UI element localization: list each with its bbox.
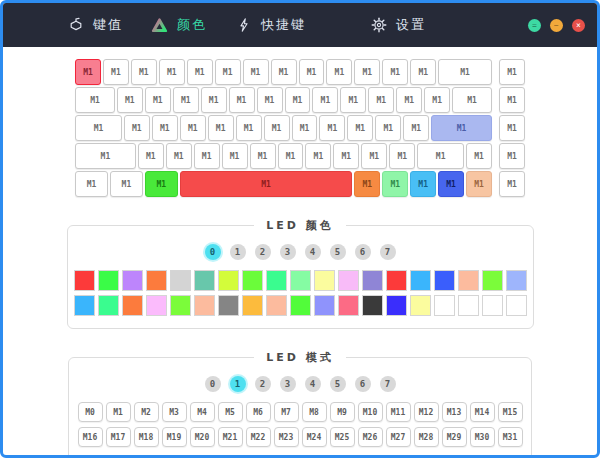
led-mode-button-m23[interactable]: M23 bbox=[274, 427, 299, 447]
keyboard-key[interactable]: M1 bbox=[75, 87, 115, 113]
keyboard-key[interactable]: M1 bbox=[319, 115, 345, 141]
channel-4-button[interactable]: 4 bbox=[305, 376, 321, 392]
led-mode-button-m30[interactable]: M30 bbox=[470, 427, 495, 447]
keyboard-key[interactable]: M1 bbox=[410, 171, 436, 197]
led-mode-button-m27[interactable]: M27 bbox=[386, 427, 411, 447]
channel-5-button[interactable]: 5 bbox=[330, 376, 346, 392]
keyboard-key[interactable]: M1 bbox=[438, 59, 492, 85]
led-color-swatch[interactable] bbox=[170, 270, 191, 291]
keyboard-key[interactable]: M1 bbox=[375, 115, 401, 141]
window-pin-button[interactable]: = bbox=[528, 19, 541, 32]
led-mode-button-m4[interactable]: M4 bbox=[190, 402, 215, 422]
keyboard-key[interactable]: M1 bbox=[124, 115, 150, 141]
keyboard-key[interactable]: M1 bbox=[499, 171, 525, 197]
led-mode-button-m12[interactable]: M12 bbox=[414, 402, 439, 422]
keyboard-key[interactable]: M1 bbox=[173, 87, 199, 113]
led-color-swatch[interactable] bbox=[506, 270, 527, 291]
channel-6-button[interactable]: 6 bbox=[355, 376, 371, 392]
channel-4-button[interactable]: 4 bbox=[305, 244, 321, 260]
keyboard-key[interactable]: M1 bbox=[215, 59, 241, 85]
keyboard-key[interactable]: M1 bbox=[452, 87, 492, 113]
tab-shortcuts[interactable]: 快捷键 bbox=[235, 16, 306, 34]
led-color-swatch[interactable] bbox=[506, 295, 527, 316]
led-color-swatch[interactable] bbox=[338, 270, 359, 291]
led-color-swatch[interactable] bbox=[482, 270, 503, 291]
led-mode-button-m20[interactable]: M20 bbox=[190, 427, 215, 447]
keyboard-key[interactable]: M1 bbox=[152, 115, 178, 141]
keyboard-key[interactable]: M1 bbox=[424, 87, 450, 113]
keyboard-key[interactable]: M1 bbox=[208, 115, 234, 141]
keyboard-key[interactable]: M1 bbox=[145, 87, 171, 113]
led-mode-button-m14[interactable]: M14 bbox=[470, 402, 495, 422]
channel-5-button[interactable]: 5 bbox=[330, 244, 346, 260]
led-color-swatch[interactable] bbox=[434, 295, 455, 316]
led-color-swatch[interactable] bbox=[482, 295, 503, 316]
keyboard-key[interactable]: M1 bbox=[312, 87, 338, 113]
led-mode-button-m19[interactable]: M19 bbox=[162, 427, 187, 447]
led-color-swatch[interactable] bbox=[434, 270, 455, 291]
keyboard-key[interactable]: M1 bbox=[354, 59, 380, 85]
led-mode-button-m1[interactable]: M1 bbox=[106, 402, 131, 422]
keyboard-key[interactable]: M1 bbox=[285, 87, 311, 113]
led-color-swatch[interactable] bbox=[146, 270, 167, 291]
keyboard-key[interactable]: M1 bbox=[333, 143, 359, 169]
led-color-swatch[interactable] bbox=[266, 270, 287, 291]
led-mode-button-m2[interactable]: M2 bbox=[134, 402, 159, 422]
keyboard-key[interactable]: M1 bbox=[131, 59, 157, 85]
led-color-swatch[interactable] bbox=[410, 270, 431, 291]
keyboard-key[interactable]: M1 bbox=[257, 87, 283, 113]
keyboard-key[interactable]: M1 bbox=[382, 59, 408, 85]
led-color-swatch[interactable] bbox=[362, 295, 383, 316]
keyboard-key[interactable]: M1 bbox=[264, 115, 290, 141]
led-mode-button-m13[interactable]: M13 bbox=[442, 402, 467, 422]
keyboard-key[interactable]: M1 bbox=[75, 59, 101, 85]
keyboard-key[interactable]: M1 bbox=[403, 115, 429, 141]
keyboard-key[interactable]: M1 bbox=[250, 143, 276, 169]
led-color-swatch[interactable] bbox=[290, 295, 311, 316]
led-color-swatch[interactable] bbox=[218, 295, 239, 316]
channel-3-button[interactable]: 3 bbox=[280, 244, 296, 260]
led-mode-button-m9[interactable]: M9 bbox=[330, 402, 355, 422]
led-color-swatch[interactable] bbox=[314, 270, 335, 291]
keyboard-key[interactable]: M1 bbox=[499, 115, 525, 141]
keyboard-key[interactable]: M1 bbox=[222, 143, 248, 169]
keyboard-key[interactable]: M1 bbox=[417, 143, 464, 169]
led-color-swatch[interactable] bbox=[218, 270, 239, 291]
keyboard-key[interactable]: M1 bbox=[299, 59, 325, 85]
led-color-swatch[interactable] bbox=[386, 270, 407, 291]
led-color-swatch[interactable] bbox=[98, 270, 119, 291]
keyboard-key[interactable]: M1 bbox=[75, 171, 108, 197]
keyboard-key[interactable]: M1 bbox=[361, 143, 387, 169]
led-mode-button-m0[interactable]: M0 bbox=[78, 402, 103, 422]
keyboard-key[interactable]: M1 bbox=[180, 115, 206, 141]
led-mode-button-m15[interactable]: M15 bbox=[498, 402, 523, 422]
keyboard-key[interactable]: M1 bbox=[138, 143, 164, 169]
keyboard-key[interactable]: M1 bbox=[180, 171, 353, 197]
keyboard-key[interactable]: M1 bbox=[305, 143, 331, 169]
led-mode-button-m24[interactable]: M24 bbox=[302, 427, 327, 447]
led-color-swatch[interactable] bbox=[122, 270, 143, 291]
led-color-swatch[interactable] bbox=[98, 295, 119, 316]
led-color-swatch[interactable] bbox=[386, 295, 407, 316]
keyboard-key[interactable]: M1 bbox=[187, 59, 213, 85]
led-color-swatch[interactable] bbox=[170, 295, 191, 316]
led-color-swatch[interactable] bbox=[266, 295, 287, 316]
keyboard-key[interactable]: M1 bbox=[236, 115, 262, 141]
channel-6-button[interactable]: 6 bbox=[355, 244, 371, 260]
led-mode-button-m25[interactable]: M25 bbox=[330, 427, 355, 447]
keyboard-key[interactable]: M1 bbox=[340, 87, 366, 113]
led-mode-button-m26[interactable]: M26 bbox=[358, 427, 383, 447]
led-color-swatch[interactable] bbox=[194, 295, 215, 316]
tab-color[interactable]: 颜色 bbox=[151, 16, 207, 34]
keyboard-key[interactable]: M1 bbox=[243, 59, 269, 85]
keyboard-key[interactable]: M1 bbox=[103, 59, 129, 85]
keyboard-key[interactable]: M1 bbox=[110, 171, 143, 197]
led-color-swatch[interactable] bbox=[458, 295, 479, 316]
window-close-button[interactable]: × bbox=[572, 19, 585, 32]
keyboard-key[interactable]: M1 bbox=[326, 59, 352, 85]
keyboard-key[interactable]: M1 bbox=[354, 171, 380, 197]
led-color-swatch[interactable] bbox=[242, 295, 263, 316]
tab-settings[interactable]: 设置 bbox=[370, 16, 426, 34]
keyboard-key[interactable]: M1 bbox=[410, 59, 436, 85]
led-color-swatch[interactable] bbox=[410, 295, 431, 316]
